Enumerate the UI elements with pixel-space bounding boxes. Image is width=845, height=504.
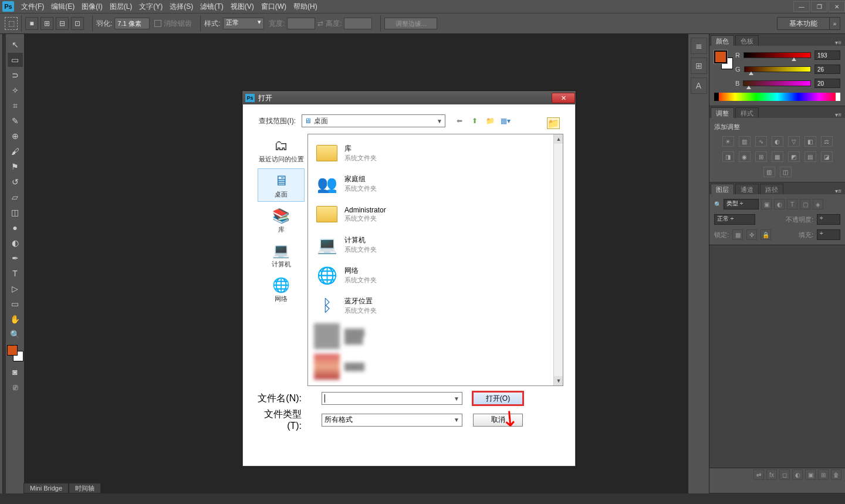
list-item[interactable]: ᛒ 蓝牙位置系统文件夹 <box>312 290 559 321</box>
menu-window[interactable]: 窗口(W) <box>258 2 290 12</box>
dialog-titlebar[interactable]: Ps 打开 ✕ <box>243 92 575 104</box>
layers-tab[interactable]: 图层 <box>711 184 734 194</box>
r-slider[interactable] <box>743 52 811 58</box>
adj-exposure-icon[interactable]: ◐ <box>772 136 783 147</box>
minimize-button[interactable]: — <box>793 1 810 12</box>
adj-levels-icon[interactable]: ▥ <box>739 136 751 147</box>
opacity-input[interactable]: ÷ <box>817 214 840 225</box>
maximize-button[interactable]: ❐ <box>811 1 827 12</box>
foreground-color-swatch[interactable] <box>7 345 18 356</box>
filter-shape-icon[interactable]: ▢ <box>800 199 810 209</box>
adj-brightness-icon[interactable]: ☀ <box>722 136 734 147</box>
color-swatches[interactable] <box>7 345 23 361</box>
menu-type[interactable]: 文字(Y) <box>136 2 166 12</box>
selection-add-icon[interactable]: ⊞ <box>40 17 53 30</box>
filetype-combo[interactable]: 所有格式 ▼ <box>322 414 462 427</box>
workspace-button[interactable]: 基本功能 <box>777 17 830 30</box>
brush-tool[interactable]: 🖌 <box>8 144 23 158</box>
antialias-checkbox[interactable] <box>154 20 161 27</box>
list-item[interactable]: 库系统文件夹 <box>312 138 559 168</box>
dodge-tool[interactable]: ◐ <box>8 236 23 250</box>
marquee-tool[interactable]: ▭ <box>8 53 23 67</box>
swatches-tab[interactable]: 色板 <box>735 35 759 46</box>
place-computer[interactable]: 💻 计算机 <box>258 239 305 271</box>
filename-input[interactable]: ▼ <box>322 392 462 405</box>
link-layers-icon[interactable]: ⇄ <box>753 469 764 480</box>
list-item[interactable]: 👥 家庭组系统文件夹 <box>312 168 559 199</box>
color-tab[interactable]: 颜色 <box>711 35 734 46</box>
layer-fx-icon[interactable]: fx <box>766 469 777 480</box>
new-folder-button[interactable]: 📁 <box>484 115 496 127</box>
crop-tool[interactable]: ⌗ <box>8 99 23 113</box>
list-item[interactable]: 🌐 网络系统文件夹 <box>312 260 559 290</box>
timeline-tab[interactable]: 时间轴 <box>69 483 101 493</box>
adj-mixer-icon[interactable]: ⊞ <box>755 151 767 162</box>
selection-intersect-icon[interactable]: ⊡ <box>71 17 84 30</box>
history-panel-icon[interactable]: ≣ <box>691 38 707 54</box>
zoom-tool[interactable]: 🔍 <box>8 327 23 341</box>
delete-layer-icon[interactable]: 🗑 <box>831 469 841 480</box>
lookin-combo[interactable]: 🖥 桌面 ▼ <box>302 114 445 127</box>
blur-tool[interactable]: ● <box>8 221 23 235</box>
panel-menu-icon[interactable]: ▾≡ <box>832 188 845 194</box>
menu-view[interactable]: 视图(V) <box>227 2 258 12</box>
workspace-menu-icon[interactable]: » <box>830 17 840 30</box>
selection-new-icon[interactable]: ■ <box>25 17 38 30</box>
healing-tool[interactable]: ⊕ <box>8 129 23 143</box>
menu-file[interactable]: 文件(F) <box>18 2 48 12</box>
pen-tool[interactable]: ✒ <box>8 251 23 265</box>
paths-tab[interactable]: 路径 <box>760 184 783 194</box>
path-select-tool[interactable]: ▷ <box>8 282 23 296</box>
adjustments-tab[interactable]: 调整 <box>711 107 734 118</box>
magic-wand-tool[interactable]: ✧ <box>8 83 23 97</box>
filter-type-icon[interactable]: T <box>787 199 797 209</box>
layer-mask-icon[interactable]: ◻ <box>779 469 790 480</box>
lock-pixels-icon[interactable]: ▩ <box>732 229 743 240</box>
lasso-tool[interactable]: ⊃ <box>8 68 23 82</box>
open-button[interactable]: 打开(O) <box>473 392 523 405</box>
g-slider[interactable] <box>744 66 811 72</box>
menu-edit[interactable]: 编辑(E) <box>48 2 78 12</box>
adj-photo-filter-icon[interactable]: ◉ <box>739 151 751 162</box>
filter-adjust-icon[interactable]: ◐ <box>774 199 785 209</box>
adj-poster-icon[interactable]: ▤ <box>805 151 816 162</box>
menu-layer[interactable]: 图层(L) <box>106 2 136 12</box>
layer-filter-select[interactable]: 类型 ÷ <box>724 199 759 209</box>
place-network[interactable]: 🌐 网络 <box>258 273 305 306</box>
character-panel-icon[interactable]: A <box>691 77 707 94</box>
eyedropper-tool[interactable]: ✎ <box>8 114 23 128</box>
b-input[interactable] <box>814 79 840 88</box>
left-dock-collapse[interactable] <box>0 34 3 493</box>
channels-tab[interactable]: 通道 <box>735 184 759 194</box>
menu-filter[interactable]: 滤镜(T) <box>197 2 227 12</box>
scroll-up-icon[interactable]: ▲ <box>554 134 563 144</box>
cancel-button[interactable]: 取消 <box>473 414 523 427</box>
style-select[interactable]: 正常 ▾ <box>223 18 264 29</box>
place-libraries[interactable]: 📚 库 <box>258 204 305 236</box>
blend-mode-select[interactable]: 正常 ÷ <box>714 214 755 225</box>
g-input[interactable] <box>814 65 840 74</box>
list-item[interactable]: Administrator系统文件夹 <box>312 199 559 229</box>
list-item[interactable]: ████ <box>312 351 559 382</box>
close-button[interactable]: ✕ <box>829 1 845 12</box>
adj-hue-icon[interactable]: ◧ <box>805 136 816 147</box>
dialog-close-button[interactable]: ✕ <box>552 93 575 103</box>
scrollbar[interactable]: ▲ ▼ <box>553 134 563 385</box>
menu-help[interactable]: 帮助(H) <box>290 2 321 12</box>
menu-image[interactable]: 图像(I) <box>78 2 106 12</box>
list-item[interactable]: 💻 计算机系统文件夹 <box>312 229 559 260</box>
scroll-down-icon[interactable]: ▼ <box>554 376 563 385</box>
place-recent[interactable]: 🗂 最近访问的位置 <box>258 134 305 166</box>
screenmode-tool[interactable]: ⎚ <box>8 380 23 394</box>
adj-selective-icon[interactable]: ◫ <box>780 167 792 177</box>
up-folder-button[interactable]: 📁 <box>547 117 560 129</box>
place-desktop[interactable]: 🖥 桌面 <box>258 168 305 202</box>
new-layer-icon[interactable]: ⊞ <box>818 469 829 480</box>
shape-tool[interactable]: ▭ <box>8 297 23 311</box>
filter-pixel-icon[interactable]: ▣ <box>761 199 772 209</box>
adj-bw-icon[interactable]: ◨ <box>722 151 734 162</box>
b-slider[interactable] <box>743 80 811 86</box>
view-menu-button[interactable]: ▦▾ <box>499 115 511 127</box>
properties-panel-icon[interactable]: ⊞ <box>691 57 707 74</box>
styles-tab[interactable]: 样式 <box>735 107 759 118</box>
